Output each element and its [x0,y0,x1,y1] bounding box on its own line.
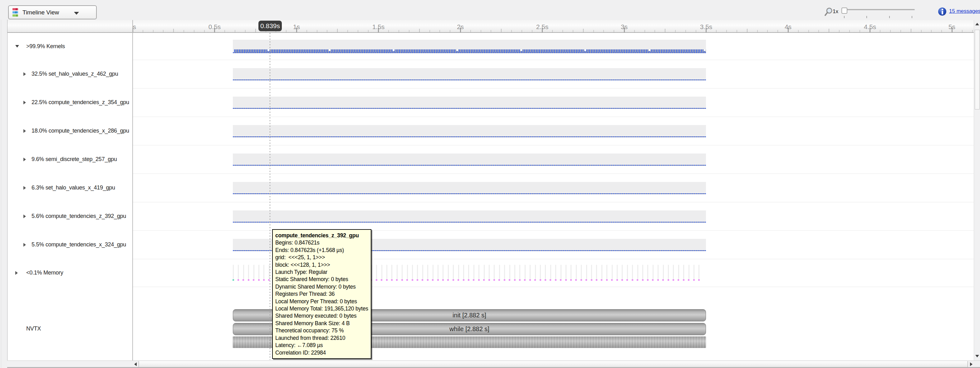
memory-transfer-tick[interactable] [663,265,664,279]
memory-transfer-tick[interactable] [397,265,398,279]
memory-transfer-tick[interactable] [642,265,643,279]
memory-transfer-tick[interactable] [678,265,679,279]
memory-transfer-tick[interactable] [463,265,464,279]
memory-transfer-tick[interactable] [453,265,454,279]
memory-transfer-tick[interactable] [586,265,587,279]
scroll-left-button[interactable] [133,361,139,367]
zoom-slider-track[interactable] [843,9,915,10]
memory-transfer-tick[interactable] [612,265,612,279]
memory-transfer-tick[interactable] [391,265,392,279]
memory-transfer-tick[interactable] [683,265,684,279]
memory-transfer-tick[interactable] [433,265,434,279]
memory-transfer-tick[interactable] [581,265,582,279]
triangle-collapsed-icon[interactable] [24,72,26,76]
memory-transfer-tick[interactable] [601,265,602,279]
memory-transfer-tick[interactable] [591,265,592,279]
memory-transfer-tick[interactable] [637,265,638,279]
memory-transfer-tick[interactable] [253,265,255,279]
scroll-down-button[interactable] [974,352,980,360]
memory-transfer-tick[interactable] [494,265,495,279]
sidebar-row[interactable]: 6.3% set_halo_values_x_419_gpu [8,184,132,192]
memory-transfer-tick[interactable] [448,265,449,279]
memory-transfer-tick[interactable] [571,265,571,279]
sidebar-row[interactable]: <0.1% Memory [8,269,132,277]
vertical-scrollbar-thumb[interactable] [975,30,980,109]
memory-transfer-tick[interactable] [530,265,531,279]
memory-transfer-tick[interactable] [243,265,244,279]
memory-transfer-tick[interactable] [509,265,510,279]
kernel-row-line[interactable] [233,222,706,222]
kernel-row-line[interactable] [233,165,706,166]
memory-transfer-tick[interactable] [402,265,402,279]
triangle-collapsed-icon[interactable] [15,271,18,275]
memory-transfer-tick[interactable] [652,265,654,279]
memory-transfer-tick[interactable] [535,265,536,279]
memory-transfer-tick[interactable] [698,265,699,279]
kernels-summary-bar[interactable] [234,50,706,52]
scroll-up-button[interactable] [974,20,980,28]
sidebar-row[interactable]: 5.5% compute_tendencies_x_324_gpu [8,240,132,249]
memory-transfer-tick[interactable] [484,265,485,279]
timeline-canvas[interactable]: init [2.882 s]while [2.882 s] [133,33,974,360]
sidebar-row[interactable]: >99.9% Kernels [8,42,132,51]
memory-transfer-tick[interactable] [545,265,546,279]
triangle-collapsed-icon[interactable] [24,243,26,247]
memory-transfer-tick[interactable] [668,265,669,279]
memory-transfer-tick[interactable] [694,265,694,279]
memory-transfer-tick[interactable] [382,265,382,279]
memory-transfer-tick[interactable] [438,265,439,279]
memory-transfer-tick[interactable] [606,265,607,279]
kernel-row-line[interactable] [233,79,706,80]
kernel-row-line[interactable] [233,136,706,137]
kernel-row-line[interactable] [233,108,706,109]
memory-transfer-tick[interactable] [617,265,618,279]
zoom-slider-thumb[interactable] [842,8,847,14]
memory-transfer-tick[interactable] [555,265,556,279]
memory-transfer-tick[interactable] [248,265,249,279]
horizontal-scrollbar-thumb[interactable] [139,361,968,367]
triangle-collapsed-icon[interactable] [24,129,26,133]
time-cursor-badge[interactable]: 0.839s [258,21,282,31]
messages-link[interactable]: 15 messages [949,8,980,14]
kernel-row-line[interactable] [233,193,706,194]
memory-transfer-tick[interactable] [647,265,648,279]
horizontal-scrollbar[interactable] [8,360,980,367]
memory-transfer-tick[interactable] [263,265,264,279]
memory-transfer-tick[interactable] [566,265,566,279]
triangle-collapsed-icon[interactable] [24,214,26,218]
sidebar-row[interactable]: 9.6% semi_discrete_step_257_gpu [8,155,132,164]
memory-transfer-tick[interactable] [689,265,689,279]
sidebar-row[interactable]: 5.6% compute_tendencies_z_392_gpu [8,212,132,221]
memory-transfer-tick[interactable] [504,265,505,279]
triangle-collapsed-icon[interactable] [24,186,26,190]
memory-transfer-tick[interactable] [499,265,500,279]
memory-transfer-tick[interactable] [560,265,562,279]
memory-transfer-tick[interactable] [376,265,377,279]
memory-transfer-tick[interactable] [417,265,418,279]
memory-transfer-tick[interactable] [632,265,633,279]
sidebar-row[interactable]: 18.0% compute_tendencies_x_286_gpu [8,126,132,135]
memory-transfer-tick[interactable] [550,265,551,279]
memory-transfer-tick[interactable] [258,265,259,279]
memory-transfer-tick[interactable] [387,265,387,279]
view-selector-dropdown[interactable]: Timeline View [8,5,97,19]
memory-transfer-tick[interactable] [514,265,515,279]
memory-transfer-tick[interactable] [519,265,520,279]
memory-transfer-tick[interactable] [673,265,674,279]
memory-transfer-tick[interactable] [525,265,526,279]
memory-transfer-tick[interactable] [622,265,623,279]
memory-transfer-tick[interactable] [407,265,408,279]
memory-transfer-tick[interactable] [474,265,474,279]
memory-transfer-tick[interactable] [596,265,597,279]
triangle-collapsed-icon[interactable] [24,101,26,104]
memory-transfer-tick[interactable] [540,265,541,279]
memory-transfer-tick[interactable] [658,265,659,279]
memory-transfer-tick[interactable] [442,265,444,279]
memory-transfer-tick[interactable] [458,265,459,279]
sidebar-row[interactable]: 22.5% compute_tendencies_z_354_gpu [8,98,132,107]
memory-transfer-tick[interactable] [489,265,490,279]
memory-transfer-tick[interactable] [233,265,234,279]
memory-transfer-tick[interactable] [427,265,428,279]
memory-transfer-tick[interactable] [412,265,413,279]
sidebar-row[interactable]: 32.5% set_halo_values_z_462_gpu [8,70,132,78]
